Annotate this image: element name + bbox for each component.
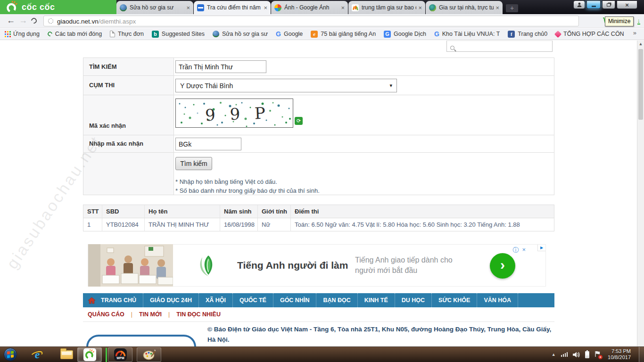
cluster-select[interactable]: Y Dược Thái Bình ▾ [175, 79, 397, 92]
bookmark-recent-tabs[interactable]: Các tab mới đóng [48, 31, 102, 37]
ad-close-icon[interactable]: × [522, 246, 526, 255]
wpm-taskbar-button[interactable]: WPM [108, 347, 132, 362]
nav-item-home[interactable]: TRANG CHỦ [100, 293, 143, 307]
page-info-icon[interactable] [48, 18, 53, 24]
taskbar-clock[interactable]: 7:53 PM 10/8/2017 [608, 348, 631, 361]
captcha-input[interactable] [175, 138, 241, 150]
file-explorer-button[interactable] [60, 350, 73, 359]
bookmark-google-translate[interactable]: GGoogle Dịch [384, 31, 426, 38]
tab-title: Sửa hồ sơ gia sư [130, 4, 184, 11]
address-bar[interactable]: giaoduc.net.vn/diemthi.aspx [43, 16, 579, 26]
bookmark-google[interactable]: GGoogle [276, 30, 303, 38]
tab-close-icon[interactable]: × [341, 5, 345, 11]
restore-button[interactable] [602, 0, 615, 9]
browser-tab-4[interactable]: trung tâm gia sư bao châu × [348, 1, 425, 14]
bookmark-label: Google [284, 31, 303, 37]
profile-button[interactable] [573, 0, 585, 9]
bookmark-lectures[interactable]: e75 bài giảng tiếng An [311, 31, 376, 38]
document-icon [110, 31, 115, 37]
browser-tab-5[interactable]: Gia sư tại nhà, trực tuyến | × [426, 1, 503, 14]
google-photos-favicon [274, 4, 281, 11]
col-header-scores: Điểm thi [291, 205, 554, 218]
tab-close-icon[interactable]: × [495, 5, 499, 11]
tray-expand-icon[interactable]: ▲ [552, 352, 556, 357]
adchoices-icon[interactable]: ▶ [537, 245, 545, 251]
internet-explorer-button[interactable]: e [30, 348, 44, 361]
bookmark-label: Các tab mới đóng [55, 31, 102, 37]
nav-item-vanhoa[interactable]: VĂN HÓA [477, 293, 518, 307]
clock-time: 7:53 PM [608, 348, 631, 354]
baochau-favicon [352, 4, 359, 11]
ad-cta-button[interactable]: › [490, 253, 515, 279]
google-icon: G [434, 30, 439, 38]
scrollbar[interactable]: ▲ [637, 41, 644, 346]
bookmark-tong-hop[interactable]: TỔNG HỢP CÁC CÔN [555, 31, 624, 37]
url-host: giaoduc.net.vn [57, 18, 99, 25]
col-header-dob: Năm sinh [220, 205, 258, 218]
browser-tab-strip: cốc cốc Sửa hồ sơ gia sư × Tra cứu điểm … [0, 0, 644, 14]
bookmark-label: Sửa hồ sơ gia sư [222, 31, 268, 37]
captcha-image: 9 9 P [175, 99, 293, 128]
name-input[interactable] [175, 60, 266, 73]
cluster-label: CỤM THI [83, 76, 174, 95]
bookmark-vnua-docs[interactable]: GKho Tài Liệu VNUA: T [434, 30, 500, 38]
browser-tab-2-active[interactable]: Tra cứu điểm thi năm 2016 × [194, 1, 271, 14]
scrollbar-thumb[interactable] [638, 49, 643, 120]
nav-item-xahoi[interactable]: XÃ HỘI [199, 293, 233, 307]
search-submit-button[interactable]: Tìm kiếm [175, 157, 212, 170]
nav-item-giaoduc24h[interactable]: GIÁO DỤC 24H [143, 293, 199, 307]
browser-tab-1[interactable]: Sửa hồ sơ gia sư × [116, 1, 193, 14]
google-icon: G [276, 30, 281, 38]
subnav-tindocnhieu[interactable]: TIN ĐỌC NHIỀU [176, 311, 221, 318]
action-center-flag-icon[interactable]: × [594, 351, 602, 358]
wpm-progress-strip [106, 348, 107, 362]
nav-item-suckhoe[interactable]: SỨC KHỎE [432, 293, 477, 307]
minimize-button[interactable] [586, 0, 601, 9]
bookmark-tutor-profile[interactable]: Sửa hồ sơ gia sư [213, 31, 268, 37]
nav-item-duhoc[interactable]: DU HỌC [395, 293, 432, 307]
clock-date: 10/8/2017 [608, 354, 631, 361]
facebook-icon: f [508, 31, 515, 38]
bookmark-apps[interactable]: Ứng dụng [5, 31, 40, 37]
battery-icon[interactable] [585, 351, 589, 358]
new-tab-button[interactable]: + [506, 4, 518, 12]
nav-item-gocnhin[interactable]: GÓC NHÌN [273, 293, 317, 307]
captcha-refresh-button[interactable]: ⟳ [295, 117, 303, 125]
show-desktop-button[interactable] [639, 347, 644, 362]
bookmark-facebook-home[interactable]: fTrang chủ0 [508, 31, 547, 38]
site-search-input[interactable] [454, 42, 552, 50]
tab-close-icon[interactable]: × [264, 5, 267, 11]
paint-taskbar-button[interactable] [137, 347, 161, 362]
home-icon[interactable] [83, 293, 100, 307]
start-button[interactable] [4, 348, 17, 361]
score-lookup-form: TÌM KIẾM CỤM THI Y Dược Thái Bình ▾ Mã x… [83, 58, 554, 195]
subnav-quangcao[interactable]: QUẢNG CÁO [88, 311, 124, 318]
site-search-box[interactable] [446, 41, 553, 52]
cell-scores: Toán: 6.50 Ngữ văn: 4.75 Vật lí: 5.80 Hó… [291, 218, 554, 231]
history-icon [47, 31, 53, 37]
scroll-up-arrow[interactable]: ▲ [637, 41, 644, 48]
browser-tab-3[interactable]: Ảnh - Google Ảnh × [271, 1, 348, 14]
form-row-captcha-input: Nhập mã xác nhận [83, 135, 554, 153]
speaker-icon[interactable] [573, 352, 580, 358]
bookmark-suggested-sites[interactable]: bSuggested Sites [152, 31, 205, 38]
nav-item-kinhte[interactable]: KINH TẾ [358, 293, 395, 307]
network-signal-icon[interactable] [561, 352, 568, 357]
ad-info-icon[interactable]: ⓘ [512, 246, 519, 255]
download-icon[interactable]: ↓ [637, 17, 641, 25]
translate-icon: G [384, 31, 391, 38]
forward-button[interactable]: → [19, 16, 27, 25]
ad-banner[interactable]: Tiếng Anh người đi làm Tiếng Anh giao ti… [88, 244, 546, 287]
bookmarks-overflow-chevron[interactable]: » [633, 29, 636, 36]
tab-close-icon[interactable]: × [186, 5, 190, 11]
bookmark-menu[interactable]: Thực đơn [110, 31, 144, 37]
globe-icon [213, 31, 219, 37]
close-button[interactable]: × [617, 0, 637, 9]
coccoc-taskbar-button[interactable] [77, 347, 102, 362]
reload-button[interactable] [30, 17, 38, 25]
nav-item-bandoc[interactable]: BẠN ĐỌC [316, 293, 357, 307]
nav-item-quocte[interactable]: QUỐC TẾ [233, 293, 273, 307]
subnav-tinmoi[interactable]: TIN MỚI [139, 311, 162, 318]
tab-close-icon[interactable]: × [418, 5, 422, 11]
back-button[interactable]: ← [7, 16, 15, 25]
